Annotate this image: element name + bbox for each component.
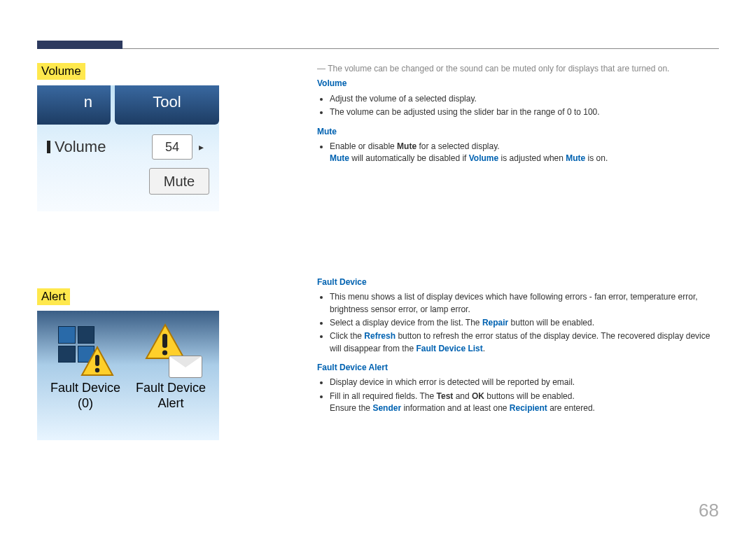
fault-alert-bullet-2: Fill in all required fields. The Test an… <box>330 391 719 415</box>
spacer <box>317 172 719 274</box>
text: Ensure the <box>330 403 372 413</box>
tab-row: n Tool <box>37 85 219 125</box>
speaker-icon <box>47 141 50 153</box>
envelope-icon <box>169 356 202 378</box>
volume-row: Volume 54 ▸ <box>47 134 209 160</box>
subhead-fault-device-alert: Fault Device Alert <box>317 362 719 374</box>
tab-tool-label: Tool <box>153 93 181 111</box>
fault-device-alert-bullets: Display device in which error is detecte… <box>317 377 719 414</box>
keyword-repair: Repair <box>482 318 508 328</box>
text: is on. <box>585 153 608 163</box>
text: Fill in all required fields. The <box>330 391 437 401</box>
keyword-mute: Mute <box>566 153 585 163</box>
keyword-mute: Mute <box>330 153 349 163</box>
text: information and at least one <box>401 403 510 413</box>
keyword-sender: Sender <box>372 403 401 413</box>
text: Select a display device from the list. T… <box>330 318 482 328</box>
volume-stepper-up[interactable]: ▸ <box>192 141 209 153</box>
volume-text-block: ― The volume can be changed or the sound… <box>317 63 719 165</box>
text: is adjusted when <box>498 153 566 163</box>
volume-panel-body: Volume 54 ▸ Mute <box>37 125 219 195</box>
text: . <box>483 344 485 353</box>
fault-device-alert-icon <box>144 323 198 375</box>
svg-rect-4 <box>162 334 167 348</box>
text: for a selected display. <box>416 141 500 151</box>
mute-bullet-1: Enable or disable Mute for a selected di… <box>330 141 719 165</box>
fault-device-bullet-1: This menu shows a list of display device… <box>330 291 719 316</box>
fault-alert-bullet-1: Display device in which error is detecte… <box>330 377 719 388</box>
keyword-volume: Volume <box>469 153 498 163</box>
volume-bullet-2: The volume can be adjusted using the sli… <box>330 106 719 118</box>
alert-icon-row: Fault Device (0) Fault Device Alert <box>37 311 219 411</box>
fault-device-alert-label: Fault Device Alert <box>132 381 209 411</box>
keyword-fault-device-list: Fault Device List <box>416 344 482 353</box>
volume-bullets: Adjust the volume of a selected display.… <box>317 93 719 119</box>
keyword-mute: Mute <box>397 141 416 151</box>
volume-screenshot: n Tool Volume 54 ▸ Mute <box>37 85 219 211</box>
fault-device-bullet-2: Select a display device from the list. T… <box>330 317 719 329</box>
volume-bullet-1: Adjust the volume of a selected display. <box>330 93 719 105</box>
fault-device-bullets: This menu shows a list of display device… <box>317 291 719 355</box>
volume-label-text: Volume <box>55 138 106 156</box>
page-content: Volume n Tool Volume 54 ▸ Mute <box>37 63 719 534</box>
fault-device-alert-item[interactable]: Fault Device Alert <box>132 323 209 411</box>
heading-alert: Alert <box>37 288 70 305</box>
subhead-mute: Mute <box>317 126 719 138</box>
mute-bullets: Enable or disable Mute for a selected di… <box>317 141 719 165</box>
header-accent-bar <box>37 41 122 49</box>
header-divider <box>122 48 719 49</box>
keyword-ok: OK <box>472 391 484 401</box>
text: Click the <box>330 331 364 341</box>
alert-screenshot: Fault Device (0) Fault Device Alert <box>37 311 219 440</box>
keyword-refresh: Refresh <box>364 331 396 341</box>
warning-icon <box>80 346 114 377</box>
subhead-volume: Volume <box>317 78 719 90</box>
page-number: 68 <box>699 500 719 521</box>
right-column: ― The volume can be changed or the sound… <box>247 63 719 534</box>
keyword-recipient: Recipient <box>510 403 547 413</box>
text: button will be enabled. <box>508 318 594 328</box>
svg-point-2 <box>95 368 99 372</box>
fault-device-item[interactable]: Fault Device (0) <box>47 323 124 411</box>
keyword-test: Test <box>437 391 454 401</box>
alert-text-block: Fault Device This menu shows a list of d… <box>317 276 719 415</box>
text: will automatically be disabled if <box>349 153 469 163</box>
fault-device-label: Fault Device (0) <box>47 381 124 411</box>
left-column: Volume n Tool Volume 54 ▸ Mute <box>37 63 247 534</box>
fault-device-bullet-3: Click the Refresh button to refresh the … <box>330 330 719 355</box>
volume-note: The volume can be changed or the sound c… <box>328 64 669 73</box>
tab-tool[interactable]: Tool <box>115 85 219 125</box>
note-dash: ― <box>317 64 328 73</box>
text: and <box>453 391 472 401</box>
text: are entered. <box>547 403 595 413</box>
tab-clipped-left[interactable]: n <box>37 85 111 125</box>
mute-button[interactable]: Mute <box>149 168 209 195</box>
text: buttons will be enabled. <box>484 391 575 401</box>
svg-rect-1 <box>95 355 99 366</box>
subhead-fault-device: Fault Device <box>317 276 719 288</box>
heading-volume: Volume <box>37 63 85 80</box>
tab-left-label: n <box>84 93 92 111</box>
volume-value-field[interactable]: 54 <box>152 134 192 160</box>
volume-label: Volume <box>47 138 106 156</box>
svg-point-5 <box>162 350 167 355</box>
fault-device-icon <box>58 323 113 375</box>
text: Enable or disable <box>330 141 397 151</box>
warning-icon <box>145 323 186 360</box>
